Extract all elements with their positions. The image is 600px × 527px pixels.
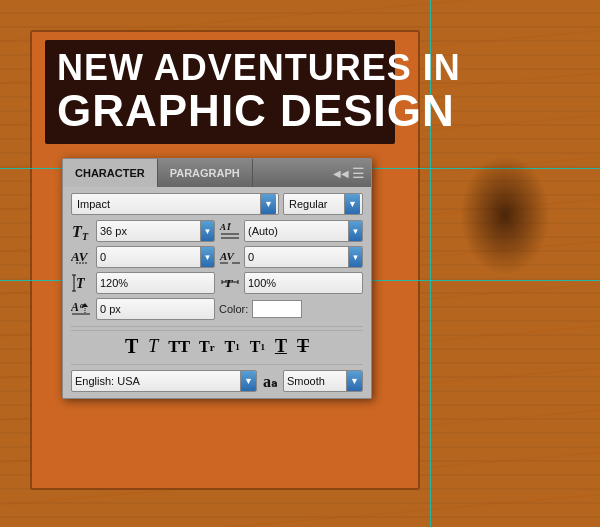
baseline-shift-icon: A a	[71, 298, 93, 320]
kerning-item: AV 0 ▼	[71, 246, 215, 268]
tracking-arrow: ▼	[348, 247, 362, 267]
svg-text:Ĩ: Ĩ	[226, 222, 232, 232]
title-line2: GRAPHIC DESIGN	[57, 88, 383, 134]
vertical-scale-icon: T	[71, 272, 93, 294]
svg-text:T: T	[224, 277, 234, 289]
language-select[interactable]: English: USA ▼	[71, 370, 257, 392]
faux-bold-button[interactable]: T	[122, 335, 141, 358]
faux-italic-button[interactable]: T	[145, 336, 161, 357]
panel-collapse-arrows[interactable]: ◀◀	[333, 168, 349, 179]
tab-paragraph[interactable]: PARAGRAPH	[158, 159, 253, 187]
kerning-arrow: ▼	[200, 247, 214, 267]
title-line1: NEW ADVENTURES IN	[57, 48, 383, 88]
leading-arrow: ▼	[348, 221, 362, 241]
panel-divider	[71, 326, 363, 327]
svg-text:A: A	[71, 300, 79, 314]
baseline-item: A a 0 px	[71, 298, 215, 320]
panel-menu-button[interactable]: ☰	[352, 165, 365, 181]
leading-field[interactable]: (Auto) ▼	[244, 220, 363, 242]
svg-text:AV: AV	[219, 250, 236, 262]
horizontal-scale-item: T 100%	[219, 272, 363, 294]
antialiasing-arrow: ▼	[346, 371, 362, 391]
font-style-select[interactable]: Regular ▼	[283, 193, 363, 215]
kerning-field[interactable]: 0 ▼	[96, 246, 215, 268]
shadow-decoration	[460, 155, 550, 275]
horizontal-scale-field[interactable]: 100%	[244, 272, 363, 294]
leading-item: A Ĩ (Auto) ▼	[219, 220, 363, 242]
vertical-scale-item: T 120%	[71, 272, 215, 294]
font-size-icon: T T	[71, 220, 93, 242]
baseline-shift-field[interactable]: 0 px	[96, 298, 215, 320]
strikethrough-button[interactable]: T	[294, 336, 312, 357]
font-family-arrow: ▼	[260, 194, 276, 214]
font-size-arrow: ▼	[200, 221, 214, 241]
kerning-icon: AV	[71, 246, 93, 268]
leading-icon: A Ĩ	[219, 220, 241, 242]
scale-row: T 120% T	[71, 272, 363, 294]
svg-text:AV: AV	[71, 249, 89, 264]
tracking-item: AV 0 ▼	[219, 246, 363, 268]
character-panel: CHARACTER PARAGRAPH ◀◀ ☰ Impact ▼ Regula…	[62, 158, 372, 399]
font-size-field[interactable]: 36 px ▼	[96, 220, 215, 242]
svg-text:T: T	[82, 231, 89, 242]
language-arrow: ▼	[240, 371, 256, 391]
color-item: Color:	[219, 300, 363, 318]
type-buttons-row: T T TT Tr T1 T1 T T	[71, 330, 363, 365]
underline-button[interactable]: T	[272, 336, 290, 357]
all-caps-button[interactable]: TT	[165, 337, 192, 357]
panel-header: CHARACTER PARAGRAPH ◀◀ ☰	[63, 159, 371, 187]
color-label: Color:	[219, 303, 248, 315]
tracking-field[interactable]: 0 ▼	[244, 246, 363, 268]
tracking-icon: AV	[219, 246, 241, 268]
font-style-arrow: ▼	[344, 194, 360, 214]
size-leading-row: T T 36 px ▼ A Ĩ	[71, 220, 363, 242]
antialiasing-select[interactable]: Smooth ▼	[283, 370, 363, 392]
font-family-select[interactable]: Impact ▼	[71, 193, 279, 215]
tab-character[interactable]: CHARACTER	[63, 159, 158, 187]
panel-body: Impact ▼ Regular ▼ T T 36 px ▼	[63, 187, 371, 398]
svg-text:T: T	[76, 276, 86, 291]
color-swatch[interactable]	[252, 300, 302, 318]
small-caps-button[interactable]: Tr	[196, 338, 218, 356]
subscript-button[interactable]: T1	[247, 338, 268, 356]
size-item: T T 36 px ▼	[71, 220, 215, 242]
title-box: NEW ADVENTURES IN GRAPHIC DESIGN	[45, 40, 395, 144]
antialiasing-label: aₐ	[263, 372, 277, 391]
superscript-button[interactable]: T1	[222, 338, 243, 356]
kerning-tracking-row: AV 0 ▼ AV 0	[71, 246, 363, 268]
font-row: Impact ▼ Regular ▼	[71, 193, 363, 215]
horizontal-scale-icon: T	[219, 272, 241, 294]
baseline-color-row: A a 0 px Color:	[71, 298, 363, 320]
svg-text:A: A	[219, 222, 226, 232]
bottom-row: English: USA ▼ aₐ Smooth ▼	[71, 370, 363, 392]
vertical-scale-field[interactable]: 120%	[96, 272, 215, 294]
